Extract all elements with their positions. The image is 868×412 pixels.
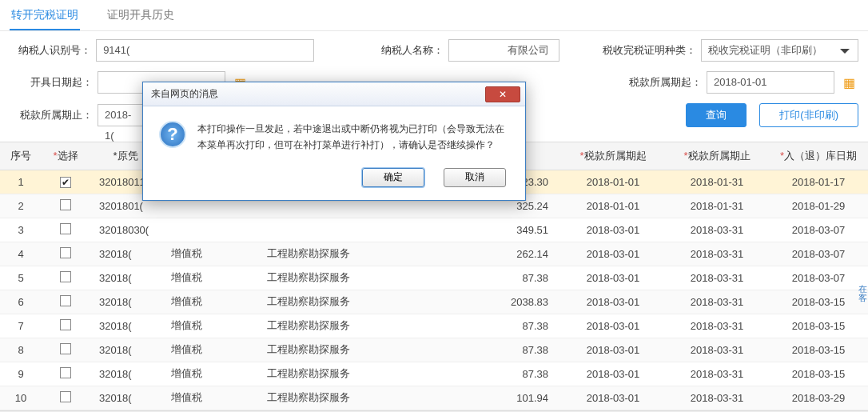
- cell-period-to: 2018-03-31: [665, 290, 769, 314]
- cell-tax-kind: 增值税: [161, 362, 257, 386]
- cell-amount: 87.38: [417, 338, 561, 362]
- taxpayer-id-input[interactable]: 9141(: [96, 39, 314, 62]
- cell-item: 工程勘察勘探服务: [257, 362, 417, 386]
- cell-amount: 87.38: [417, 314, 561, 338]
- cell-treasury-date: 2018-03-07: [769, 242, 868, 266]
- col-treasury-date[interactable]: 入（退）库日期: [769, 142, 868, 170]
- taxpayer-name-input[interactable]: 有限公司: [448, 39, 560, 62]
- cell-voucher: 32018(: [90, 290, 161, 314]
- cell-checkbox[interactable]: [42, 338, 90, 362]
- cell-period-to: 2018-03-31: [665, 314, 769, 338]
- cell-seq: 2: [0, 194, 42, 218]
- cell-seq: 6: [0, 290, 42, 314]
- label-taxpayer-id: 纳税人识别号：: [10, 43, 96, 58]
- print-button[interactable]: 打印(非印刷): [759, 103, 858, 127]
- cell-checkbox[interactable]: [42, 266, 90, 290]
- label-taxpayer-name: 纳税人名称：: [361, 43, 448, 58]
- table-row[interactable]: 732018(增值税工程勘察勘探服务87.382018-03-012018-03…: [0, 314, 868, 338]
- col-select[interactable]: 选择: [42, 142, 90, 170]
- cell-seq: 7: [0, 314, 42, 338]
- cell-checkbox[interactable]: [42, 290, 90, 314]
- tab-issue-cert[interactable]: 转开完税证明: [10, 3, 80, 30]
- tabs-bar: 转开完税证明 证明开具历史: [0, 0, 868, 31]
- cell-amount: 101.94: [417, 386, 561, 410]
- period-to-input[interactable]: 2018-1(: [98, 104, 145, 126]
- label-issue-date-from: 开具日期起：: [10, 75, 98, 90]
- cell-item: 工程勘察勘探服务: [257, 386, 417, 410]
- cell-treasury-date: 2018-01-29: [769, 194, 868, 218]
- cert-type-select[interactable]: 税收完税证明（非印刷）: [701, 39, 858, 62]
- ok-button[interactable]: 确定: [362, 168, 424, 187]
- cell-period-from: 2018-03-01: [561, 266, 665, 290]
- table-row[interactable]: 632018(增值税工程勘察勘探服务2038.832018-03-012018-…: [0, 290, 868, 314]
- cell-period-from: 2018-01-01: [561, 170, 665, 194]
- cell-item: 工程勘察勘探服务: [257, 242, 417, 266]
- side-widget[interactable]: 在客: [857, 285, 868, 302]
- col-period-from[interactable]: 税款所属期起: [561, 142, 665, 170]
- cell-period-to: 2018-01-31: [665, 194, 769, 218]
- cell-voucher: 32018(: [90, 362, 161, 386]
- cell-seq: 5: [0, 266, 42, 290]
- cell-amount: 87.38: [417, 362, 561, 386]
- cell-treasury-date: 2018-03-29: [769, 386, 868, 410]
- cell-seq: 1: [0, 170, 42, 194]
- table-row[interactable]: 1032018(增值税工程勘察勘探服务101.942018-03-012018-…: [0, 386, 868, 410]
- cell-checkbox[interactable]: [42, 170, 90, 194]
- cell-voucher: 32018030(: [90, 218, 161, 242]
- query-button[interactable]: 查询: [686, 103, 747, 127]
- cell-tax-kind: 增值税: [161, 338, 257, 362]
- cell-seq: 10: [0, 386, 42, 410]
- cell-period-from: 2018-03-01: [561, 386, 665, 410]
- cell-amount: 2038.83: [417, 290, 561, 314]
- table-row[interactable]: 832018(增值税工程勘察勘探服务87.382018-03-012018-03…: [0, 338, 868, 362]
- cell-tax-kind: 增值税: [161, 266, 257, 290]
- table-row[interactable]: 532018(增值税工程勘察勘探服务87.382018-03-012018-03…: [0, 266, 868, 290]
- cell-checkbox[interactable]: [42, 194, 90, 218]
- table-row[interactable]: 432018(增值税工程勘察勘探服务262.142018-03-012018-0…: [0, 242, 868, 266]
- cell-tax-kind: 增值税: [161, 242, 257, 266]
- dialog-titlebar[interactable]: 来自网页的消息 ✕: [143, 82, 525, 106]
- cell-amount: 349.51: [417, 218, 561, 242]
- cell-checkbox[interactable]: [42, 362, 90, 386]
- cell-period-from: 2018-03-01: [561, 314, 665, 338]
- cell-period-to: 2018-03-31: [665, 338, 769, 362]
- table-row[interactable]: 932018(增值税工程勘察勘探服务87.382018-03-012018-03…: [0, 362, 868, 386]
- cell-period-from: 2018-03-01: [561, 338, 665, 362]
- cell-item: 工程勘察勘探服务: [257, 338, 417, 362]
- cell-tax-kind: 增值税: [161, 314, 257, 338]
- cell-checkbox[interactable]: [42, 314, 90, 338]
- calendar-icon[interactable]: ▦: [839, 73, 858, 92]
- tab-issue-history[interactable]: 证明开具历史: [106, 3, 176, 30]
- period-from-input[interactable]: 2018-01-01: [707, 71, 834, 94]
- cell-period-to: 2018-03-31: [665, 218, 769, 242]
- cell-seq: 3: [0, 218, 42, 242]
- confirm-dialog: 来自网页的消息 ✕ ? 本打印操作一旦发起，若中途退出或中断仍将视为已打印（会导…: [142, 82, 526, 201]
- cell-checkbox[interactable]: [42, 218, 90, 242]
- question-icon: ?: [159, 121, 186, 148]
- cell-item: 工程勘察勘探服务: [257, 266, 417, 290]
- cell-item: 工程勘察勘探服务: [257, 314, 417, 338]
- cell-seq: 4: [0, 242, 42, 266]
- cell-item: 工程勘察勘探服务: [257, 290, 417, 314]
- col-seq[interactable]: 序号: [0, 142, 42, 170]
- cell-treasury-date: 2018-01-17: [769, 170, 868, 194]
- cell-treasury-date: 2018-03-15: [769, 362, 868, 386]
- cell-checkbox[interactable]: [42, 386, 90, 410]
- table-row[interactable]: 332018030(349.512018-03-012018-03-312018…: [0, 218, 868, 242]
- cell-seq: 9: [0, 362, 42, 386]
- label-period-from: 税款所属期起：: [595, 75, 707, 90]
- cell-voucher: 32018(: [90, 266, 161, 290]
- cell-period-to: 2018-03-31: [665, 242, 769, 266]
- cell-treasury-date: 2018-03-15: [769, 338, 868, 362]
- col-period-to[interactable]: 税款所属期止: [665, 142, 769, 170]
- cell-period-to: 2018-03-31: [665, 266, 769, 290]
- close-icon[interactable]: ✕: [485, 86, 520, 102]
- cell-treasury-date: 2018-03-07: [769, 218, 868, 242]
- cell-tax-kind: 增值税: [161, 386, 257, 410]
- cell-checkbox[interactable]: [42, 242, 90, 266]
- cell-tax-kind: 增值税: [161, 290, 257, 314]
- cancel-button[interactable]: 取消: [444, 168, 506, 187]
- cell-voucher: 32018(: [90, 338, 161, 362]
- cell-treasury-date: 2018-03-15: [769, 290, 868, 314]
- cell-treasury-date: 2018-03-07: [769, 266, 868, 290]
